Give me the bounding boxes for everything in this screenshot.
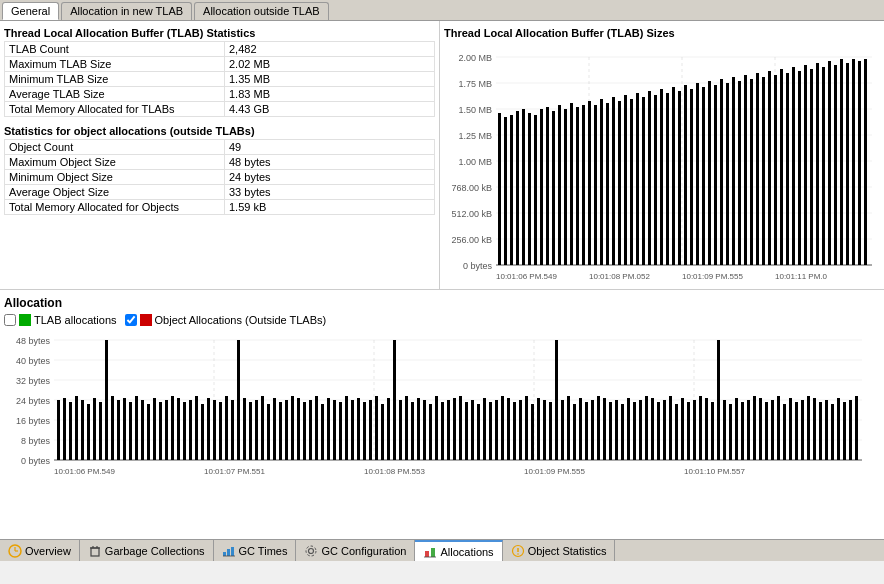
svg-rect-78: [840, 59, 843, 265]
svg-text:256.00 kB: 256.00 kB: [451, 235, 492, 245]
svg-rect-142: [279, 402, 282, 460]
svg-rect-76: [828, 61, 831, 265]
svg-rect-231: [813, 398, 816, 460]
allocation-chart: 48 bytes 40 bytes 32 bytes 24 bytes 16 b…: [4, 330, 864, 505]
gear-icon: [304, 544, 318, 558]
svg-rect-201: [633, 402, 636, 460]
tab-alloc-new-tlab[interactable]: Allocation in new TLAB: [61, 2, 192, 20]
svg-rect-125: [177, 398, 180, 460]
tlab-stats-table: TLAB Count 2,482 Maximum TLAB Size 2.02 …: [4, 41, 435, 117]
svg-rect-62: [744, 75, 747, 265]
svg-rect-147: [309, 400, 312, 460]
svg-rect-72: [804, 65, 807, 265]
tab-alloc-outside-tlab[interactable]: Allocation outside TLAB: [194, 2, 329, 20]
tab-overview[interactable]: Overview: [0, 540, 80, 561]
svg-rect-198: [615, 400, 618, 460]
svg-rect-120: [147, 404, 150, 460]
svg-text:10:01:07 PM.551: 10:01:07 PM.551: [204, 467, 265, 476]
object-legend-color: [140, 314, 152, 326]
svg-text:0 bytes: 0 bytes: [463, 261, 493, 271]
svg-rect-140: [267, 404, 270, 460]
svg-rect-81: [858, 61, 861, 265]
svg-rect-157: [369, 400, 372, 460]
tlab-stats-header: Thread Local Allocation Buffer (TLAB) St…: [4, 25, 435, 41]
tab-general[interactable]: General: [2, 2, 59, 20]
svg-rect-67: [774, 75, 777, 265]
svg-rect-109: [81, 400, 84, 460]
tlab-legend-color: [19, 314, 31, 326]
svg-rect-41: [618, 101, 621, 265]
svg-rect-258: [431, 548, 435, 557]
main-content: Thread Local Allocation Buffer (TLAB) St…: [0, 21, 884, 561]
svg-rect-165: [417, 398, 420, 460]
svg-rect-32: [564, 109, 567, 265]
chart-legend: TLAB allocations Object Allocations (Out…: [4, 312, 880, 330]
tlab-checkbox[interactable]: [4, 314, 16, 326]
svg-rect-148: [315, 396, 318, 460]
svg-rect-253: [231, 547, 234, 556]
total-obj-label: Total Memory Allocated for Objects: [5, 200, 225, 215]
svg-rect-82: [864, 59, 867, 265]
svg-rect-124: [171, 396, 174, 460]
svg-rect-167: [429, 404, 432, 460]
svg-rect-33: [570, 103, 573, 265]
tab-allocations[interactable]: Allocations: [415, 540, 502, 561]
svg-rect-159: [381, 404, 384, 460]
svg-rect-160: [387, 398, 390, 460]
svg-rect-149: [321, 404, 324, 460]
svg-rect-26: [528, 113, 531, 265]
tab-gc-configuration[interactable]: GC Configuration: [296, 540, 415, 561]
object-stats-table: Object Count 49 Maximum Object Size 48 b…: [4, 139, 435, 215]
svg-rect-49: [666, 93, 669, 265]
legend-tlab: TLAB allocations: [4, 314, 117, 326]
svg-rect-144: [291, 396, 294, 460]
svg-rect-28: [540, 109, 543, 265]
svg-rect-226: [783, 404, 786, 460]
svg-rect-234: [831, 404, 834, 460]
object-checkbox[interactable]: [125, 314, 137, 326]
tab-obj-stats-label: Object Statistics: [528, 545, 607, 557]
svg-rect-187: [549, 402, 552, 460]
obj-count-label: Object Count: [5, 140, 225, 155]
svg-text:10:01:06 PM.549: 10:01:06 PM.549: [496, 272, 557, 281]
svg-rect-42: [624, 95, 627, 265]
svg-rect-30: [552, 111, 555, 265]
svg-rect-29: [546, 107, 549, 265]
svg-rect-219: [741, 402, 744, 460]
svg-text:512.00 kB: 512.00 kB: [451, 209, 492, 219]
svg-rect-164: [411, 402, 414, 460]
svg-rect-171: [453, 398, 456, 460]
svg-text:0 bytes: 0 bytes: [21, 456, 51, 466]
tab-overview-label: Overview: [25, 545, 71, 557]
svg-rect-119: [141, 400, 144, 460]
table-row: Total Memory Allocated for TLABs 4.43 GB: [5, 102, 435, 117]
svg-text:10:01:08 PM.553: 10:01:08 PM.553: [364, 467, 425, 476]
svg-text:10:01:09 PM.555: 10:01:09 PM.555: [682, 272, 743, 281]
max-tlab-label: Maximum TLAB Size: [5, 57, 225, 72]
tab-object-statistics[interactable]: Object Statistics: [503, 540, 616, 561]
svg-rect-34: [576, 107, 579, 265]
tab-gc-times[interactable]: GC Times: [214, 540, 297, 561]
svg-rect-221: [753, 396, 756, 460]
svg-rect-65: [762, 77, 765, 265]
svg-rect-77: [834, 65, 837, 265]
svg-text:1.50 MB: 1.50 MB: [458, 105, 492, 115]
svg-rect-106: [63, 398, 66, 460]
table-row: Object Count 49: [5, 140, 435, 155]
svg-rect-25: [522, 109, 525, 265]
object-stats-header: Statistics for object allocations (outsi…: [4, 123, 435, 139]
tab-gc-times-label: GC Times: [239, 545, 288, 557]
svg-rect-225: [777, 396, 780, 460]
svg-rect-126: [183, 402, 186, 460]
svg-rect-22: [504, 117, 507, 265]
tlab-chart-container: Thread Local Allocation Buffer (TLAB) Si…: [440, 21, 884, 289]
tab-garbage-collections[interactable]: Garbage Collections: [80, 540, 214, 561]
svg-rect-116: [123, 398, 126, 460]
svg-rect-209: [681, 398, 684, 460]
tlab-bars: [498, 59, 867, 265]
svg-rect-138: [255, 400, 258, 460]
tab-allocations-label: Allocations: [440, 546, 493, 558]
table-row: Average TLAB Size 1.83 MB: [5, 87, 435, 102]
svg-rect-156: [363, 402, 366, 460]
svg-rect-152: [339, 402, 342, 460]
